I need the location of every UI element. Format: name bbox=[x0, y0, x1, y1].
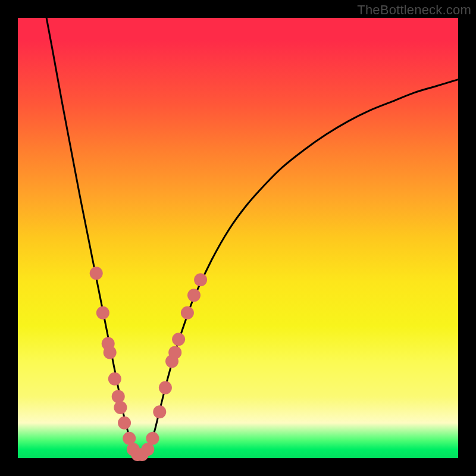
chart-frame: TheBottleneck.com bbox=[0, 0, 476, 476]
data-marker bbox=[168, 346, 181, 359]
data-marker bbox=[159, 381, 172, 394]
data-marker bbox=[90, 267, 103, 280]
markers-layer bbox=[90, 267, 207, 461]
bottleneck-chart bbox=[0, 0, 476, 476]
data-marker bbox=[114, 401, 127, 414]
data-marker bbox=[146, 432, 159, 445]
watermark-text: TheBottleneck.com bbox=[357, 2, 471, 18]
data-marker bbox=[96, 306, 109, 320]
data-marker bbox=[194, 273, 207, 286]
data-marker bbox=[108, 372, 121, 386]
data-marker bbox=[181, 306, 194, 320]
data-marker bbox=[153, 405, 166, 418]
data-marker bbox=[118, 416, 131, 430]
data-marker bbox=[104, 346, 117, 359]
curve-layer bbox=[46, 18, 458, 456]
data-marker bbox=[112, 390, 125, 403]
data-marker bbox=[172, 333, 185, 346]
bottleneck-curve bbox=[46, 18, 458, 456]
data-marker bbox=[187, 289, 201, 302]
